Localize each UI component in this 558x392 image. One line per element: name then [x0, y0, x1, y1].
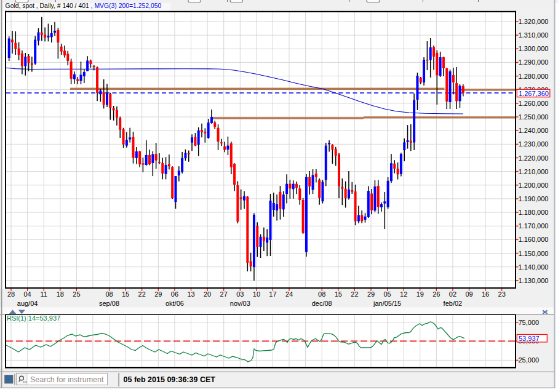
svg-text:24: 24: [285, 290, 293, 298]
svg-text:25: 25: [73, 290, 80, 298]
svg-text:04: 04: [23, 290, 31, 298]
svg-text:28: 28: [7, 290, 15, 298]
svg-text:1.130,000: 1.130,000: [519, 277, 549, 284]
svg-text:1.240,000: 1.240,000: [519, 127, 549, 134]
svg-text:1.280,000: 1.280,000: [519, 73, 549, 80]
svg-text:06: 06: [171, 290, 178, 298]
svg-text:1.180,000: 1.180,000: [519, 209, 549, 216]
svg-text:16: 16: [482, 290, 489, 298]
svg-text:05 feb 2015 09:36:39 CET: 05 feb 2015 09:36:39 CET: [124, 375, 216, 384]
svg-text:25,000: 25,000: [519, 356, 540, 364]
svg-text:1.260,000: 1.260,000: [519, 100, 549, 107]
svg-text:1.320,000: 1.320,000: [519, 18, 549, 25]
svg-text:17: 17: [269, 290, 276, 298]
svg-text:03: 03: [236, 290, 244, 298]
svg-text:RSI(1) 14=53,937: RSI(1) 14=53,937: [7, 314, 60, 322]
svg-text:jan/05/15: jan/05/15: [373, 300, 401, 307]
svg-text:22: 22: [138, 290, 146, 298]
svg-text:53,937: 53,937: [519, 335, 540, 342]
svg-text:aug/04: aug/04: [17, 300, 38, 307]
svg-text:nov/03: nov/03: [230, 300, 250, 307]
svg-text:08: 08: [105, 290, 113, 298]
svg-text:1.170,000: 1.170,000: [519, 222, 549, 230]
svg-text:15: 15: [335, 290, 342, 298]
svg-text:Search for instrument: Search for instrument: [30, 375, 104, 384]
svg-text:1.230,000: 1.230,000: [519, 140, 549, 148]
svg-text:1.210,000: 1.210,000: [519, 168, 549, 175]
svg-text:15: 15: [122, 290, 129, 298]
svg-text:12: 12: [400, 290, 407, 298]
svg-text:29: 29: [154, 290, 162, 298]
svg-text:1.220,000: 1.220,000: [519, 154, 549, 162]
svg-text:1.190,000: 1.190,000: [519, 195, 549, 202]
svg-text:1.310,000: 1.310,000: [519, 31, 549, 39]
svg-text:29: 29: [367, 290, 375, 298]
svg-text:1.267,360: 1.267,360: [519, 90, 549, 97]
svg-text:75,000: 75,000: [519, 319, 540, 326]
svg-text:19: 19: [417, 290, 424, 298]
svg-text:feb/02: feb/02: [444, 300, 463, 307]
svg-text:20: 20: [204, 290, 211, 298]
svg-text:11: 11: [40, 290, 47, 298]
svg-text:13: 13: [187, 290, 194, 298]
svg-text:1.200,000: 1.200,000: [519, 182, 549, 189]
svg-text:1.150,000: 1.150,000: [519, 250, 549, 257]
svg-text:okt/06: okt/06: [165, 300, 184, 307]
svg-text:26: 26: [432, 290, 440, 298]
svg-text:22: 22: [351, 290, 358, 298]
svg-text:1.250,000: 1.250,000: [519, 113, 549, 121]
svg-text:08: 08: [318, 290, 325, 298]
svg-text:02: 02: [449, 290, 456, 298]
svg-text:23: 23: [498, 290, 506, 298]
svg-text:09: 09: [465, 290, 472, 298]
svg-text:sep/08: sep/08: [99, 300, 119, 307]
svg-text:27: 27: [220, 290, 228, 298]
svg-text:1.300,000: 1.300,000: [519, 45, 549, 52]
svg-text:dec/08: dec/08: [312, 300, 332, 307]
svg-text:10: 10: [253, 290, 260, 298]
svg-text:1.140,000: 1.140,000: [519, 263, 549, 271]
svg-text:05: 05: [383, 290, 391, 298]
svg-text:1.290,000: 1.290,000: [519, 58, 549, 66]
svg-text:1.160,000: 1.160,000: [519, 236, 549, 243]
svg-text:18: 18: [57, 290, 64, 298]
